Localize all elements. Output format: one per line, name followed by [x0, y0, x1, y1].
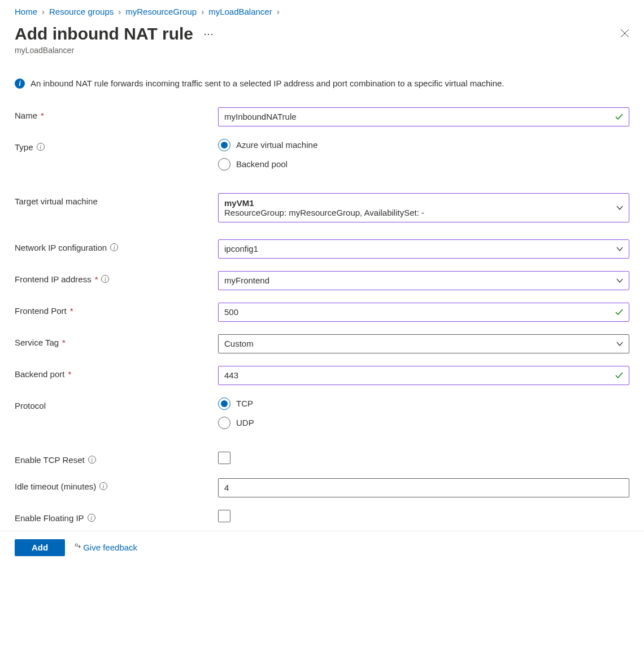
- type-option-label: Backend pool: [236, 159, 288, 169]
- chevron-right-icon: ›: [199, 7, 206, 16]
- close-button[interactable]: [620, 28, 629, 40]
- chevron-right-icon: ›: [40, 7, 47, 16]
- protocol-option-udp[interactable]: UDP: [218, 417, 629, 429]
- frontend-ip-label: Frontend IP address* i: [15, 271, 218, 284]
- protocol-option-label: UDP: [236, 418, 254, 427]
- breadcrumb-myloadbalancer[interactable]: myLoadBalancer: [208, 7, 272, 16]
- frontend-port-input[interactable]: [218, 303, 629, 322]
- name-input[interactable]: [218, 107, 629, 126]
- target-vm-label: Target virtual machine: [15, 193, 218, 206]
- chevron-right-icon: ›: [275, 7, 282, 16]
- radio-checked-icon: [218, 139, 230, 151]
- target-vm-detail: ResourceGroup: myResourceGroup, Availabi…: [224, 208, 606, 217]
- radio-unchecked-icon: [218, 417, 230, 429]
- tcp-reset-label: Enable TCP Reset i: [15, 452, 218, 465]
- breadcrumb: Home › Resource groups › myResourceGroup…: [15, 7, 629, 16]
- protocol-option-label: TCP: [236, 399, 253, 408]
- service-tag-value: Custom: [218, 334, 629, 353]
- chevron-right-icon: ›: [116, 7, 123, 16]
- frontend-ip-select[interactable]: myFrontend: [218, 271, 629, 290]
- feedback-icon: [74, 543, 82, 552]
- add-button[interactable]: Add: [15, 539, 65, 556]
- idle-timeout-label: Idle timeout (minutes) i: [15, 478, 218, 491]
- target-vm-select[interactable]: myVM1 ResourceGroup: myResourceGroup, Av…: [218, 193, 629, 222]
- protocol-label: Protocol: [15, 397, 218, 410]
- type-option-azure-vm[interactable]: Azure virtual machine: [218, 139, 629, 151]
- tcp-reset-checkbox[interactable]: [218, 452, 230, 464]
- service-tag-select[interactable]: Custom: [218, 334, 629, 353]
- backend-port-input[interactable]: [218, 366, 629, 385]
- feedback-label: Give feedback: [83, 543, 137, 552]
- net-ip-config-value: ipconfig1: [218, 239, 629, 259]
- info-text: An inbound NAT rule forwards incoming tr…: [31, 77, 504, 90]
- close-icon: [620, 29, 629, 38]
- page-subtitle: myLoadBalancer: [15, 46, 629, 55]
- page-title: Add inbound NAT rule: [15, 24, 193, 43]
- breadcrumb-home[interactable]: Home: [15, 7, 37, 16]
- help-icon[interactable]: i: [101, 275, 109, 283]
- frontend-port-label: Frontend Port*: [15, 303, 218, 316]
- radio-unchecked-icon: [218, 158, 230, 171]
- more-button[interactable]: ⋯: [203, 29, 215, 39]
- svg-point-0: [75, 544, 77, 546]
- help-icon[interactable]: i: [99, 482, 107, 490]
- help-icon[interactable]: i: [88, 514, 95, 522]
- idle-timeout-input[interactable]: [218, 478, 629, 497]
- help-icon[interactable]: i: [88, 456, 96, 464]
- breadcrumb-resource-groups[interactable]: Resource groups: [49, 7, 114, 16]
- type-label: Type i: [15, 139, 218, 152]
- type-option-label: Azure virtual machine: [236, 140, 317, 150]
- type-option-backend-pool[interactable]: Backend pool: [218, 158, 629, 171]
- floating-ip-label: Enable Floating IP i: [15, 510, 218, 523]
- net-ip-config-select[interactable]: ipconfig1: [218, 239, 629, 259]
- info-banner: i An inbound NAT rule forwards incoming …: [15, 77, 629, 90]
- backend-port-label: Backend port*: [15, 366, 218, 379]
- give-feedback-link[interactable]: Give feedback: [74, 543, 137, 552]
- footer: Add Give feedback: [0, 531, 644, 564]
- service-tag-label: Service Tag*: [15, 334, 218, 347]
- radio-checked-icon: [218, 397, 230, 410]
- name-label: Name*: [15, 107, 218, 120]
- breadcrumb-myresourcegroup[interactable]: myResourceGroup: [125, 7, 197, 16]
- protocol-option-tcp[interactable]: TCP: [218, 397, 629, 410]
- help-icon[interactable]: i: [110, 243, 118, 251]
- target-vm-value: myVM1: [224, 198, 606, 208]
- help-icon[interactable]: i: [37, 143, 45, 151]
- info-icon: i: [15, 78, 25, 89]
- protocol-radio-group: TCP UDP: [218, 397, 629, 429]
- net-ip-config-label: Network IP configuration i: [15, 239, 218, 252]
- frontend-ip-value: myFrontend: [218, 271, 629, 290]
- type-radio-group: Azure virtual machine Backend pool: [218, 139, 629, 171]
- floating-ip-checkbox[interactable]: [218, 510, 230, 522]
